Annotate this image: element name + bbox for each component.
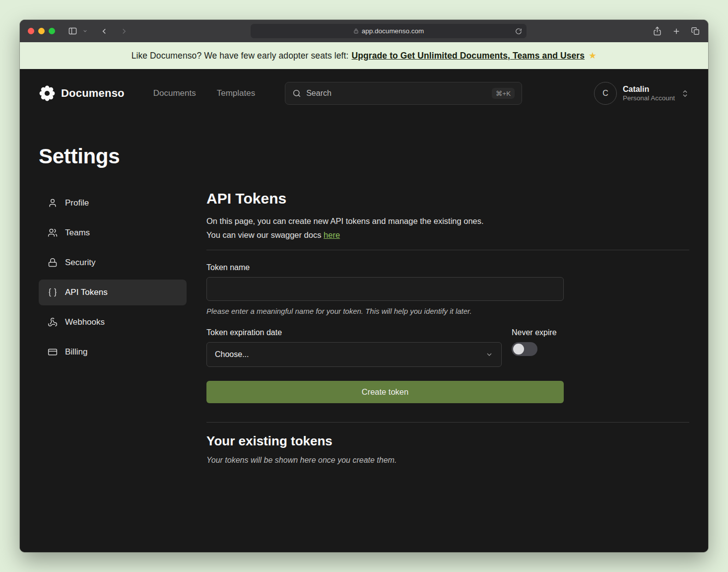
documenso-logo-icon <box>39 85 56 102</box>
braces-icon <box>48 287 58 297</box>
sidebar-item-label: Profile <box>65 198 89 208</box>
divider <box>206 422 689 423</box>
api-tokens-panel: API Tokens On this page, you can create … <box>206 190 689 465</box>
tab-group-chevron-icon[interactable] <box>82 28 88 34</box>
credit-card-icon <box>48 347 58 357</box>
top-navigation: Documenso Documents Templates Search ⌘+K… <box>20 69 708 105</box>
token-name-label: Token name <box>206 263 689 272</box>
new-tab-icon[interactable] <box>672 27 681 36</box>
history-nav <box>100 27 129 36</box>
swagger-docs-link[interactable]: here <box>324 230 340 239</box>
desktop: { "browser": { "url": "app.documenso.com… <box>0 0 728 572</box>
users-icon <box>48 228 58 238</box>
nav-documents[interactable]: Documents <box>153 88 196 98</box>
address-bar[interactable]: app.documenso.com <box>251 24 527 38</box>
description-line1: On this page, you can create new API tok… <box>206 216 484 225</box>
nav-templates[interactable]: Templates <box>217 88 255 98</box>
star-icon: ★ <box>589 50 596 61</box>
toggle-knob <box>513 344 524 355</box>
existing-tokens-title: Your existing tokens <box>206 433 689 449</box>
search-shortcut: ⌘+K <box>492 88 515 99</box>
avatar: C <box>594 82 617 105</box>
account-name: Catalin <box>623 84 675 94</box>
never-expire-label: Never expire <box>512 328 564 337</box>
sidebar-item-security[interactable]: Security <box>39 250 187 276</box>
lock-icon <box>48 258 58 268</box>
settings-sidebar: Profile Teams Security <box>39 190 187 465</box>
expiration-select-value: Choose... <box>215 350 249 359</box>
create-token-button[interactable]: Create token <box>206 381 564 403</box>
search-placeholder: Search <box>306 89 331 98</box>
sidebar-item-label: Security <box>65 258 95 268</box>
token-name-field: Token name Please enter a meaningful nam… <box>206 263 689 315</box>
sidebar-item-label: API Tokens <box>65 287 108 297</box>
sidebar-item-profile[interactable]: Profile <box>39 190 187 216</box>
lock-icon <box>353 28 359 34</box>
traffic-lights <box>28 28 55 34</box>
account-menu[interactable]: C Catalin Personal Account <box>594 82 689 105</box>
token-name-input[interactable] <box>206 277 564 301</box>
browser-window: app.documenso.com Like Documenso? We hav… <box>20 20 708 552</box>
refresh-icon[interactable] <box>515 28 522 35</box>
expiration-row: Token expiration date Choose... Never ex… <box>206 328 564 367</box>
upgrade-link[interactable]: Upgrade to Get Unlimited Documents, Team… <box>352 51 585 61</box>
expiration-label: Token expiration date <box>206 328 502 337</box>
banner-text: Like Documenso? We have few early adopte… <box>132 51 349 61</box>
brand-name: Documenso <box>61 87 125 100</box>
titlebar-actions <box>653 26 700 36</box>
chevrons-up-down-icon <box>681 89 689 98</box>
tab-overview-icon[interactable] <box>691 26 700 36</box>
sidebar-item-label: Billing <box>65 347 87 357</box>
description-line2: You can view our swagger docs <box>206 230 324 239</box>
minimize-window-button[interactable] <box>38 28 45 34</box>
promo-banner: Like Documenso? We have few early adopte… <box>20 42 708 69</box>
sidebar-toggle-icon[interactable] <box>68 26 77 36</box>
share-icon[interactable] <box>653 26 662 36</box>
divider <box>206 250 689 250</box>
fullscreen-window-button[interactable] <box>49 28 55 34</box>
sidebar-item-label: Webhooks <box>65 317 105 327</box>
back-button[interactable] <box>100 27 109 36</box>
token-name-hint: Please enter a meaningful name for your … <box>206 307 689 315</box>
sidebar-item-billing[interactable]: Billing <box>39 339 187 365</box>
search-icon <box>292 89 301 98</box>
sidebar-item-webhooks[interactable]: Webhooks <box>39 309 187 335</box>
app-content: Documenso Documents Templates Search ⌘+K… <box>20 69 708 552</box>
never-expire-toggle[interactable] <box>512 342 537 356</box>
titlebar-center: app.documenso.com <box>133 24 644 38</box>
expiration-select[interactable]: Choose... <box>206 342 502 367</box>
brand[interactable]: Documenso <box>39 85 125 102</box>
section-title: API Tokens <box>206 190 689 207</box>
section-description: On this page, you can create new API tok… <box>206 214 689 242</box>
expiration-field: Token expiration date Choose... <box>206 328 502 367</box>
webhook-icon <box>48 317 58 327</box>
url-text: app.documenso.com <box>362 27 424 35</box>
sidebar-item-api-tokens[interactable]: API Tokens <box>39 280 187 305</box>
forward-button[interactable] <box>120 27 129 36</box>
user-icon <box>48 198 58 208</box>
settings-layout: Profile Teams Security <box>20 190 708 465</box>
chevron-down-icon <box>485 351 493 358</box>
existing-tokens-hint: Your tokens will be shown here once you … <box>206 456 689 465</box>
browser-titlebar: app.documenso.com <box>20 20 708 42</box>
sidebar-item-label: Teams <box>65 228 90 238</box>
close-window-button[interactable] <box>28 28 34 34</box>
search-input[interactable]: Search ⌘+K <box>285 82 522 105</box>
primary-nav: Documents Templates <box>153 88 255 98</box>
never-expire-field: Never expire <box>512 328 564 367</box>
account-type: Personal Account <box>623 94 675 103</box>
account-text: Catalin Personal Account <box>623 84 675 103</box>
page-title: Settings <box>39 144 689 168</box>
sidebar-item-teams[interactable]: Teams <box>39 220 187 246</box>
